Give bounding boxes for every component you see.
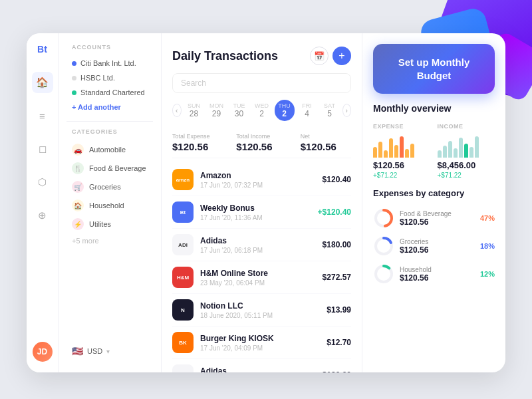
- bar: [400, 136, 404, 158]
- tx-name: Adidas: [200, 236, 316, 245]
- setup-budget-button[interactable]: Set up Monthly Budget: [373, 44, 495, 94]
- nav-settings[interactable]: ⊕: [32, 205, 53, 226]
- categories-more-link[interactable]: +5 more: [66, 233, 153, 248]
- transactions-panel: Daily Transactions 📅 + ‹ SUN 28 MON: [162, 33, 362, 372]
- tx-logo: ADI: [172, 234, 194, 255]
- category-amount: $120.56: [400, 245, 475, 255]
- add-transaction-button[interactable]: +: [332, 47, 351, 65]
- category-name: Groceries: [400, 238, 475, 245]
- summary-income: Total Income $120.56: [236, 133, 287, 152]
- icon-strip: Bt 🏠 ≡ ◻ ⬡ ⊕ JD: [27, 33, 59, 372]
- category-icon: 🚗: [72, 144, 84, 156]
- search-input[interactable]: [172, 73, 351, 93]
- transaction-item[interactable]: ADI Adidas 17 Jun '20, 06:18 PM $180.00: [172, 359, 351, 372]
- date-sun[interactable]: SUN 28: [184, 100, 204, 121]
- category-groceries[interactable]: 🛒 Groceries: [66, 178, 153, 196]
- date-strip: ‹ SUN 28 MON 29 TUE 30 WED: [172, 100, 351, 121]
- category-household[interactable]: 🏠 Household: [66, 196, 153, 215]
- tx-details: Notion LLC 18 June 2020, 05:11 PM: [200, 301, 320, 319]
- currency-label: USD: [87, 347, 102, 355]
- sidebar-divider: [66, 121, 153, 122]
- nav-wallet[interactable]: ◻: [32, 138, 53, 160]
- category-label: Groceries: [89, 183, 121, 191]
- expense-change: +$71.22: [373, 172, 431, 179]
- tx-logo: Bt: [172, 201, 194, 223]
- bar: [384, 150, 388, 158]
- category-icon: 🛒: [72, 181, 84, 193]
- tx-logo: H&M: [172, 267, 194, 288]
- right-panel: Set up Monthly Budget Monthly overview E…: [362, 33, 505, 372]
- date-next-button[interactable]: ›: [342, 104, 352, 117]
- tx-name: Amazon: [200, 171, 316, 180]
- tx-details: Amazon 17 Jun '20, 07:32 PM: [200, 171, 316, 189]
- bar: [469, 147, 473, 158]
- date-fri[interactable]: FRI 4: [297, 100, 317, 121]
- account-name: Citi Bank Int. Ltd.: [80, 59, 136, 67]
- date-sat[interactable]: SAT 5: [320, 100, 340, 121]
- tx-name: Burger King KIOSK: [200, 334, 320, 343]
- nav-home[interactable]: 🏠: [32, 72, 53, 93]
- tx-amount: $272.57: [323, 273, 351, 282]
- currency-selector[interactable]: 🇺🇸 USD ▾: [66, 340, 153, 362]
- account-item-hsbc[interactable]: HSBC Ltd.: [66, 70, 153, 85]
- category-info: Food & Beverage $120.56: [400, 210, 475, 227]
- category-amount: $120.56: [400, 273, 475, 283]
- category-automobile[interactable]: 🚗 Automobile: [66, 140, 153, 159]
- account-item-standard[interactable]: Standard Chartered: [66, 85, 153, 100]
- category-icon: ⚡: [72, 218, 84, 230]
- nav-transactions[interactable]: ≡: [32, 105, 53, 126]
- transaction-item[interactable]: N Notion LLC 18 June 2020, 05:11 PM $13.…: [172, 294, 351, 327]
- transaction-item[interactable]: Bt Weekly Bonus 17 Jun '20, 11:36 AM +$1…: [172, 196, 351, 229]
- date-mon[interactable]: MON 29: [207, 100, 227, 121]
- nav-analytics[interactable]: ⬡: [32, 172, 53, 193]
- category-icon: 🏠: [72, 200, 84, 211]
- transaction-item[interactable]: H&M H&M Online Store 23 May '20, 06:04 P…: [172, 261, 351, 294]
- tx-logo: N: [172, 299, 194, 321]
- calendar-button[interactable]: 📅: [310, 47, 329, 65]
- overview-title: Monthly overview: [373, 103, 495, 114]
- tx-amount: $180.00: [323, 240, 351, 249]
- tx-details: Burger King KIOSK 17 Jun '20, 04:09 PM: [200, 334, 320, 352]
- tx-name: Adidas: [200, 366, 316, 373]
- tx-name: H&M Online Store: [200, 269, 316, 278]
- category-expenses-title: Expenses by category: [373, 188, 495, 198]
- add-account-button[interactable]: + Add another: [66, 100, 153, 114]
- account-name: Standard Chartered: [80, 88, 145, 96]
- account-item-citibank[interactable]: Citi Bank Int. Ltd.: [66, 56, 153, 70]
- category-utilities[interactable]: ⚡ Utilites: [66, 215, 153, 233]
- date-wed[interactable]: WED 2: [252, 100, 272, 121]
- date-tue[interactable]: TUE 30: [229, 100, 249, 121]
- date-prev-button[interactable]: ‹: [172, 104, 182, 117]
- category-food[interactable]: 🍴 Food & Beverage: [66, 159, 153, 178]
- expense-total: $120.56: [373, 160, 431, 170]
- category-expense-list: Food & Beverage $120.56 47% Groceries $1…: [373, 207, 495, 291]
- tx-date: 17 Jun '20, 06:18 PM: [200, 247, 316, 254]
- flag-icon: 🇺🇸: [72, 346, 83, 356]
- app-logo: Bt: [37, 44, 47, 55]
- transaction-list: amzn Amazon 17 Jun '20, 07:32 PM $120.40…: [172, 164, 351, 372]
- transaction-item[interactable]: amzn Amazon 17 Jun '20, 07:32 PM $120.40: [172, 164, 351, 196]
- category-label: Household: [89, 201, 124, 209]
- category-label: Food & Beverage: [89, 164, 146, 172]
- category-expense-item: Food & Beverage $120.56 47%: [373, 207, 495, 229]
- main-content: Daily Transactions 📅 + ‹ SUN 28 MON: [162, 33, 505, 372]
- category-icon: 🍴: [72, 162, 84, 174]
- date-thu[interactable]: THU 2: [275, 100, 295, 121]
- tx-date: 17 Jun '20, 04:09 PM: [200, 344, 320, 352]
- expense-bar-chart: [373, 134, 431, 158]
- category-percentage: 18%: [480, 242, 495, 250]
- transaction-item[interactable]: ADI Adidas 17 Jun '20, 06:18 PM $180.00: [172, 229, 351, 261]
- bar: [410, 144, 414, 158]
- accounts-section-label: ACCOUNTS: [72, 44, 153, 51]
- transaction-item[interactable]: BK Burger King KIOSK 17 Jun '20, 04:09 P…: [172, 327, 351, 359]
- user-avatar[interactable]: JD: [33, 342, 53, 362]
- account-dot: [72, 76, 76, 80]
- tx-logo: ADI: [172, 364, 194, 372]
- income-chart: INCOME $8,456.00 +$71.22: [438, 123, 495, 179]
- account-name: HSBC Ltd.: [80, 74, 115, 82]
- category-percentage: 12%: [480, 270, 495, 278]
- tx-name: Weekly Bonus: [200, 203, 311, 213]
- tx-details: Adidas 17 Jun '20, 06:18 PM: [200, 236, 316, 254]
- tx-amount: $180.00: [323, 370, 351, 372]
- income-total: $8,456.00: [438, 160, 495, 170]
